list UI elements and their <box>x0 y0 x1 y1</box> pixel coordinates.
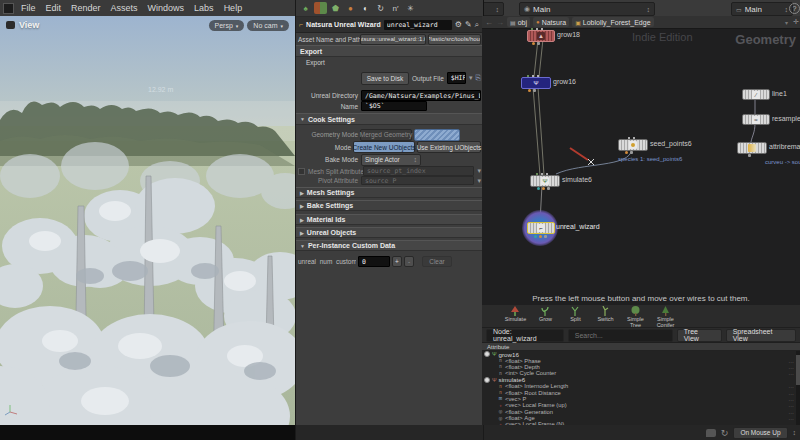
shelf-tool-split[interactable]: Split <box>562 306 589 322</box>
section-per-instance[interactable]: ▼ Per-Instance Custom Data <box>296 240 483 251</box>
menu-edit[interactable]: Edit <box>41 0 67 16</box>
recook-icon[interactable]: ↻ <box>374 2 387 14</box>
asset-path-dropdown[interactable]: D:/Natsura/Plastic/src/tools/houdini/hou… <box>428 34 481 45</box>
node-seed-points6[interactable] <box>618 139 648 151</box>
node-graph-icon[interactable]: n′ <box>389 2 402 14</box>
breadcrumb-loblolly[interactable]: ▣ Loblolly_Forest_Edge <box>572 17 653 27</box>
section-cook-settings[interactable]: ▼ Cook Settings <box>296 113 483 125</box>
mode-use-existing-button[interactable]: Use Existing UObjects <box>417 141 481 153</box>
shelf-tool-simple-tree[interactable]: Simple Tree <box>622 306 649 328</box>
radio-icon[interactable] <box>484 351 490 357</box>
camera-icon[interactable] <box>6 21 15 29</box>
brush-icon[interactable]: ✎ <box>465 20 472 29</box>
asset-name-dropdown[interactable]: natsura::unreal_wizard::1.0↕ <box>360 34 426 45</box>
moon-icon[interactable]: ◐ <box>359 2 372 14</box>
shelf-tool-switch[interactable]: Switch <box>592 306 619 322</box>
unreal-directory-field[interactable]: /Game/Natsura/Examples/Pinus_Loblolly <box>361 90 481 101</box>
section-export[interactable]: Export <box>296 45 483 57</box>
network-pane-tab-selector[interactable]: ▭ Main ↕ <box>731 2 793 16</box>
help-icon[interactable]: ? <box>789 3 800 14</box>
chevron-down-icon[interactable]: ▾ <box>785 19 788 26</box>
pin-icon[interactable]: ✛ <box>793 18 799 26</box>
shelf-tool-grow[interactable]: Grow <box>532 306 559 322</box>
shelf-tool-simple-conifer[interactable]: Simple Conifer <box>652 306 679 328</box>
add-item-button[interactable]: + <box>392 256 402 267</box>
breadcrumb-natsura[interactable]: ● Natsura <box>533 17 569 27</box>
mode-create-new-button[interactable]: Create New UObjects <box>353 141 415 153</box>
back-icon[interactable]: ← <box>485 18 493 27</box>
menu-file[interactable]: File <box>16 0 41 16</box>
network-canvas[interactable]: Indie Edition Geometry <box>482 28 800 305</box>
scrollbar[interactable] <box>796 351 800 429</box>
node-attribremap1[interactable] <box>737 142 767 154</box>
mesh-split-checkbox[interactable] <box>298 168 305 175</box>
output-file-field[interactable]: $HIP/geo/batch/`chs("nam <box>447 72 466 84</box>
node-badges <box>748 154 751 157</box>
pane-spinner-icon[interactable]: ↕ <box>647 6 651 13</box>
clear-button[interactable]: Clear <box>422 256 452 267</box>
section-material-label: Material Ids <box>307 216 346 223</box>
mesh-split-label: Mesh Split Attribute <box>308 168 360 175</box>
custom-data-count-field[interactable]: 0 <box>358 256 390 267</box>
shield-icon[interactable]: ⬟ <box>329 2 342 14</box>
pane-tab-selector[interactable]: ◉ Main ↕ <box>519 2 655 16</box>
update-mode-spinner-icon[interactable]: ↕ <box>793 429 797 436</box>
shelf-tool-simulate[interactable]: Simulate <box>502 306 529 322</box>
bake-mode-dropdown[interactable]: Single Actor↕ <box>361 154 421 166</box>
section-bake-settings[interactable]: ▶ Bake Settings <box>296 200 483 211</box>
node-name-input[interactable] <box>384 20 452 30</box>
desktop-spinner-icon[interactable]: ↕ <box>496 6 500 13</box>
row-options-icon: … <box>788 383 794 389</box>
refresh-icon[interactable]: ↻ <box>721 428 729 438</box>
fox-icon[interactable]: ● <box>344 2 357 14</box>
menu-labs[interactable]: Labs <box>189 0 219 16</box>
simulate-node-icon: Ψ <box>541 177 549 185</box>
attribute-tree[interactable]: Ψ grow16 n <float> Phase … n <float> Dep… <box>482 351 800 429</box>
tree-view-button[interactable]: Tree View <box>677 329 722 342</box>
image-icon[interactable] <box>314 2 327 14</box>
magnifier-icon[interactable]: ⌕ <box>475 20 479 30</box>
copy-parm-icon[interactable]: ⎘ <box>475 74 481 82</box>
node-unreal-wizard[interactable]: ⌐ <box>527 222 555 234</box>
scene-viewport[interactable]: View Persp▾ No cam▾ 12.92 m <box>0 16 295 425</box>
breadcrumb-obj[interactable]: ▤ obj <box>507 17 530 27</box>
attribute-search-input[interactable] <box>568 329 673 342</box>
gear-flower-icon[interactable]: ✳ <box>404 2 417 14</box>
camera-nocam-selector[interactable]: No cam▾ <box>247 20 289 31</box>
spreadsheet-view-button[interactable]: Spreadsheet View <box>726 329 796 342</box>
geometry-mode-highlighted-button[interactable] <box>414 129 460 141</box>
remove-item-button[interactable]: - <box>404 256 414 267</box>
node-simulate6[interactable]: Ψ <box>530 175 560 187</box>
geometry-mode-merged-button[interactable]: Merged Geometry <box>360 129 412 141</box>
node-resample1[interactable]: ≈ <box>742 114 770 125</box>
grow-node-icon: Ψ <box>492 351 497 357</box>
comment-bubble-icon[interactable] <box>706 429 716 437</box>
menu-render[interactable]: Render <box>66 0 106 16</box>
tree-icon[interactable]: ♠ <box>299 2 312 14</box>
update-mode-dropdown[interactable]: On Mouse Up <box>733 427 787 439</box>
network-pane-spinner-icon[interactable]: ↕ <box>785 6 789 13</box>
menu-help[interactable]: Help <box>219 0 248 16</box>
section-unreal-objects[interactable]: ▶ Unreal Objects <box>296 227 483 238</box>
section-mesh-settings[interactable]: ▶ Mesh Settings <box>296 187 483 198</box>
inspected-node-chip[interactable]: Node: unreal_wizard <box>486 329 564 342</box>
output-file-menu-icon[interactable]: ▾ <box>469 74 473 82</box>
attribute-column-header[interactable]: Attribute <box>482 343 800 351</box>
section-material-ids[interactable]: ▶ Material Ids <box>296 214 483 225</box>
node-line1[interactable]: ∕ <box>742 89 770 100</box>
gear-icon[interactable]: ⚙ <box>455 20 462 29</box>
unreal-directory-value: /Game/Natsura/Examples/Pinus_Loblolly <box>365 92 481 100</box>
bake-mode-label: Bake Mode <box>298 156 358 163</box>
attr-name: Depth <box>524 364 539 370</box>
node-grow18[interactable]: ▲ <box>527 30 555 42</box>
menu-assets[interactable]: Assets <box>106 0 143 16</box>
network-editor[interactable]: ← → ▤ obj ● Natsura ▣ Loblolly_Forest_Ed… <box>482 16 800 305</box>
node-grow16[interactable]: Ψ <box>521 77 551 89</box>
camera-persp-selector[interactable]: Persp▾ <box>209 20 245 31</box>
save-to-disk-button[interactable]: Save to Disk <box>361 72 409 85</box>
forward-icon[interactable]: → <box>496 18 504 27</box>
radio-icon[interactable] <box>484 377 490 383</box>
menu-windows[interactable]: Windows <box>143 0 190 16</box>
line-node-icon: ∕ <box>752 91 760 99</box>
name-field[interactable]: `$OS` <box>361 101 427 111</box>
